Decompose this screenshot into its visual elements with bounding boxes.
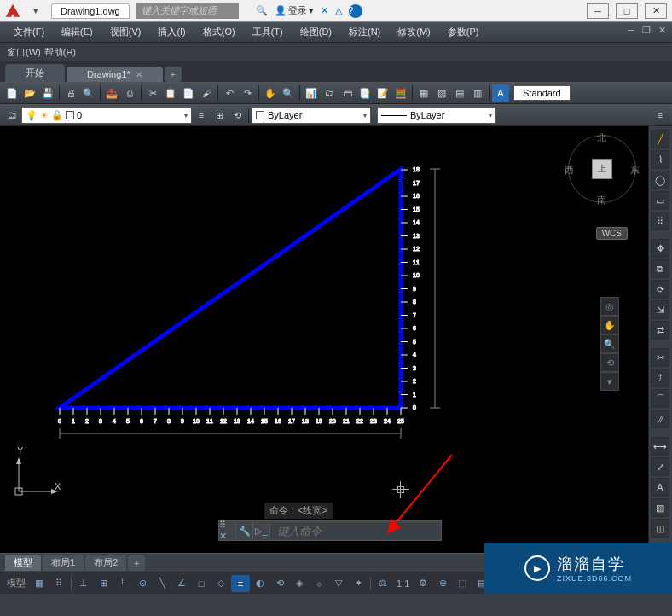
publish-icon[interactable]: 📤	[103, 84, 120, 102]
lineweight-icon[interactable]: ≡	[652, 107, 669, 124]
gizmo-icon[interactable]: ✦	[349, 575, 368, 592]
nav-show-icon[interactable]: ▾	[600, 372, 619, 391]
ortho-icon[interactable]: └	[113, 575, 132, 592]
copy-tool-icon[interactable]: ⧉	[651, 259, 669, 278]
properties-icon[interactable]: 📊	[303, 84, 320, 102]
dynamic-input-icon[interactable]: ⊞	[94, 575, 113, 592]
menu-modify[interactable]: 修改(M)	[391, 24, 437, 40]
layer-prev-icon[interactable]: ⟲	[229, 107, 246, 124]
array-tool-icon[interactable]: ⠿	[651, 212, 669, 230]
cmdline-close-icon[interactable]: ⠿ ✕	[219, 522, 236, 539]
tab-drawing1[interactable]: Drawing1*✕	[67, 67, 163, 82]
menu-param[interactable]: 参数(P)	[441, 24, 486, 40]
mdi-minimize-icon[interactable]: ─	[624, 24, 638, 36]
color-dropdown[interactable]: ByLayer ▾	[252, 107, 371, 124]
menu-draw[interactable]: 绘图(D)	[293, 24, 339, 40]
print-icon[interactable]: 🖨	[62, 84, 79, 102]
block-tool-icon[interactable]: ◫	[651, 519, 669, 538]
circle-tool-icon[interactable]: ◯	[651, 171, 669, 189]
snap-toggle-icon[interactable]: ⠿	[49, 575, 68, 592]
offset-tool-icon[interactable]: ⫽	[651, 410, 669, 428]
menu-file[interactable]: 文件(F)	[7, 24, 51, 40]
maximize-button[interactable]: □	[616, 3, 638, 19]
tb-icon-1[interactable]: ▦	[415, 84, 432, 102]
mirror-tool-icon[interactable]: ⇄	[651, 321, 669, 340]
menu-dimension[interactable]: 标注(N)	[342, 24, 387, 40]
workspace-switch-icon[interactable]: ⚙	[414, 575, 432, 592]
close-button[interactable]: ✕	[645, 3, 667, 19]
line-tool-icon[interactable]: ╱	[651, 130, 669, 148]
scale-tool-icon[interactable]: ⇲	[651, 300, 669, 319]
help-icon[interactable]: ?	[349, 4, 362, 18]
command-input[interactable]	[270, 523, 441, 539]
undo-icon[interactable]: ↶	[221, 84, 238, 102]
object-snap-icon[interactable]: ◇	[211, 575, 230, 592]
polyline-tool-icon[interactable]: ⌇	[651, 150, 669, 169]
preview-icon[interactable]: 🔍	[80, 84, 97, 102]
sheetset-icon[interactable]: 📑	[356, 84, 374, 102]
menu-edit[interactable]: 编辑(E)	[55, 24, 100, 40]
nav-pan-icon[interactable]: ✋	[600, 316, 619, 334]
copy-icon[interactable]: 📋	[162, 84, 179, 102]
add-tab-button[interactable]: +	[165, 67, 182, 82]
rect-tool-icon[interactable]: ▭	[651, 191, 669, 210]
a360-icon[interactable]: ◬	[335, 5, 342, 16]
dim-linear-icon[interactable]: ⟷	[651, 437, 669, 456]
menu-insert[interactable]: 插入(I)	[151, 24, 192, 40]
lineweight-toggle-icon[interactable]: ≡	[231, 575, 250, 592]
paste-icon[interactable]: 📄	[180, 84, 197, 102]
layer-iso-icon[interactable]: ⊞	[211, 107, 228, 124]
tb-icon-3[interactable]: ▤	[451, 84, 468, 102]
viewcube-west[interactable]: 西	[565, 164, 574, 177]
selection-filter-icon[interactable]: ▽	[329, 575, 348, 592]
infer-constraints-icon[interactable]: ⊥	[74, 575, 93, 592]
toolpalette-icon[interactable]: 🗃	[339, 84, 356, 102]
rotate-tool-icon[interactable]: ⟳	[651, 280, 669, 299]
annotation-scale-icon[interactable]: ⚖	[374, 575, 392, 592]
cmdline-customize-icon[interactable]: 🔧	[236, 522, 253, 539]
selection-cycling-icon[interactable]: ⟲	[270, 575, 289, 592]
search-icon[interactable]: 🔍	[256, 5, 268, 16]
polar-icon[interactable]: ⊙	[133, 575, 152, 592]
menu-format[interactable]: 格式(O)	[196, 24, 242, 40]
osnap-tracking-icon[interactable]: ∠	[172, 575, 191, 592]
2d-osnap-icon[interactable]: □	[192, 575, 211, 592]
pan-icon[interactable]: ✋	[262, 84, 279, 102]
3dprint-icon[interactable]: ⎙	[121, 84, 138, 102]
minimize-button[interactable]: ─	[587, 3, 609, 19]
redo-icon[interactable]: ↷	[239, 84, 256, 102]
transparency-icon[interactable]: ◐	[251, 575, 269, 592]
layout-2-tab[interactable]: 布局2	[85, 555, 126, 571]
login-button[interactable]: 👤 登录 ▾	[275, 4, 314, 17]
drawing-canvas[interactable]: 上 北 南 东 西 WCS ◎ ✋ 🔍 ⟲ ▾ 0123456789101112…	[0, 126, 648, 553]
dynamic-ucs-icon[interactable]: ⟐	[310, 575, 328, 592]
menu-view[interactable]: 视图(V)	[103, 24, 148, 40]
layer-states-icon[interactable]: ≡	[193, 107, 210, 124]
cut-icon[interactable]: ✂	[144, 84, 161, 102]
units-icon[interactable]: ⬚	[453, 575, 472, 592]
help-search-input[interactable]: 键入关键字或短语	[136, 3, 239, 19]
menu-help[interactable]: 帮助(H)	[44, 46, 76, 59]
viewcube-east[interactable]: 东	[630, 164, 640, 177]
tab-close-icon[interactable]: ✕	[136, 70, 142, 79]
nav-zoom-icon[interactable]: 🔍	[600, 334, 619, 353]
qat-dropdown-icon[interactable]: ▾	[29, 4, 43, 18]
cmdline-prompt-icon[interactable]: ▷_	[253, 522, 270, 539]
mdi-close-icon[interactable]: ✕	[655, 24, 669, 36]
viewcube[interactable]: 上 北 南 东 西	[568, 135, 636, 220]
grid-toggle-icon[interactable]: ▦	[30, 575, 49, 592]
layout-1-tab[interactable]: 布局1	[43, 555, 84, 571]
save-icon[interactable]: 💾	[39, 84, 56, 102]
textstyle-icon[interactable]: A	[492, 84, 509, 102]
layer-manager-icon[interactable]: 🗂	[3, 107, 20, 124]
match-icon[interactable]: 🖌	[198, 84, 215, 102]
viewcube-face[interactable]: 上	[592, 159, 612, 179]
scale-label[interactable]: 1:1	[393, 578, 413, 589]
3d-osnap-icon[interactable]: ◈	[290, 575, 309, 592]
open-icon[interactable]: 📂	[21, 84, 38, 102]
app-logo[interactable]	[0, 0, 26, 22]
extend-tool-icon[interactable]: ⤴	[651, 369, 669, 387]
nav-wheel-icon[interactable]: ◎	[600, 297, 619, 316]
quickcalc-icon[interactable]: 🧮	[392, 84, 409, 102]
designcenter-icon[interactable]: 🗂	[321, 84, 338, 102]
